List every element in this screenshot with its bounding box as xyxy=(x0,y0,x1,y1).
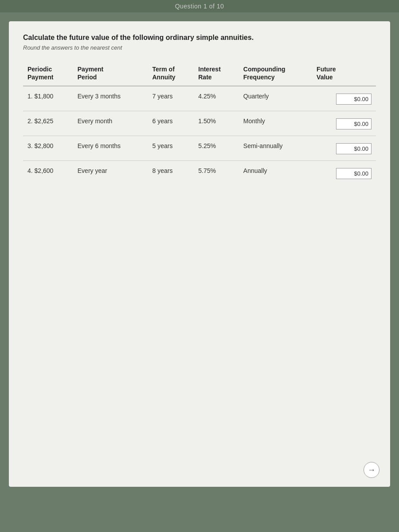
col-header-term: Term ofAnnuity xyxy=(148,62,194,86)
cell-term: 7 years xyxy=(148,86,194,111)
cell-interest-rate: 1.50% xyxy=(194,111,239,136)
question-label: Question 1 of 10 xyxy=(175,3,224,10)
cell-future-value[interactable] xyxy=(312,161,376,186)
cell-future-value[interactable] xyxy=(312,136,376,161)
cell-compounding-frequency: Quarterly xyxy=(239,86,312,111)
main-card: Calculate the future value of the follow… xyxy=(9,21,390,487)
table-row: 3. $2,800Every 6 months5 years5.25%Semi-… xyxy=(23,136,376,161)
table-header-row: PeriodicPayment PaymentPeriod Term ofAnn… xyxy=(23,62,376,86)
top-bar: Question 1 of 10 xyxy=(0,0,399,12)
cell-periodic-payment: 4. $2,600 xyxy=(23,161,73,186)
table-row: 2. $2,625Every month6 years1.50%Monthly xyxy=(23,111,376,136)
cell-term: 6 years xyxy=(148,111,194,136)
cell-payment-period: Every 3 months xyxy=(73,86,148,111)
table-row: 1. $1,800Every 3 months7 years4.25%Quart… xyxy=(23,86,376,111)
cell-payment-period: Every 6 months xyxy=(73,136,148,161)
cell-periodic-payment: 1. $1,800 xyxy=(23,86,73,111)
next-button[interactable]: → xyxy=(364,462,379,478)
cell-compounding-frequency: Monthly xyxy=(239,111,312,136)
cell-term: 8 years xyxy=(148,161,194,186)
cell-future-value[interactable] xyxy=(312,111,376,136)
cell-interest-rate: 4.25% xyxy=(194,86,239,111)
cell-future-value[interactable] xyxy=(312,86,376,111)
cell-compounding-frequency: Semi-annually xyxy=(239,136,312,161)
cell-interest-rate: 5.75% xyxy=(194,161,239,186)
future-value-input-2[interactable] xyxy=(336,118,372,129)
cell-payment-period: Every year xyxy=(73,161,148,186)
col-header-future-value: FutureValue xyxy=(312,62,376,86)
col-header-interest-rate: InterestRate xyxy=(194,62,239,86)
cell-compounding-frequency: Annually xyxy=(239,161,312,186)
question-title: Calculate the future value of the follow… xyxy=(23,34,376,42)
cell-term: 5 years xyxy=(148,136,194,161)
cell-periodic-payment: 2. $2,625 xyxy=(23,111,73,136)
cell-interest-rate: 5.25% xyxy=(194,136,239,161)
col-header-compounding-frequency: CompoundingFrequency xyxy=(239,62,312,86)
col-header-periodic-payment: PeriodicPayment xyxy=(23,62,73,86)
future-value-input-3[interactable] xyxy=(336,143,372,154)
cell-periodic-payment: 3. $2,800 xyxy=(23,136,73,161)
annuity-table: PeriodicPayment PaymentPeriod Term ofAnn… xyxy=(23,62,376,185)
subtitle: Round the answers to the nearest cent xyxy=(23,44,376,51)
col-header-payment-period: PaymentPeriod xyxy=(73,62,148,86)
table-row: 4. $2,600Every year8 years5.75%Annually xyxy=(23,161,376,186)
future-value-input-1[interactable] xyxy=(336,94,372,105)
future-value-input-4[interactable] xyxy=(336,168,372,179)
cell-payment-period: Every month xyxy=(73,111,148,136)
